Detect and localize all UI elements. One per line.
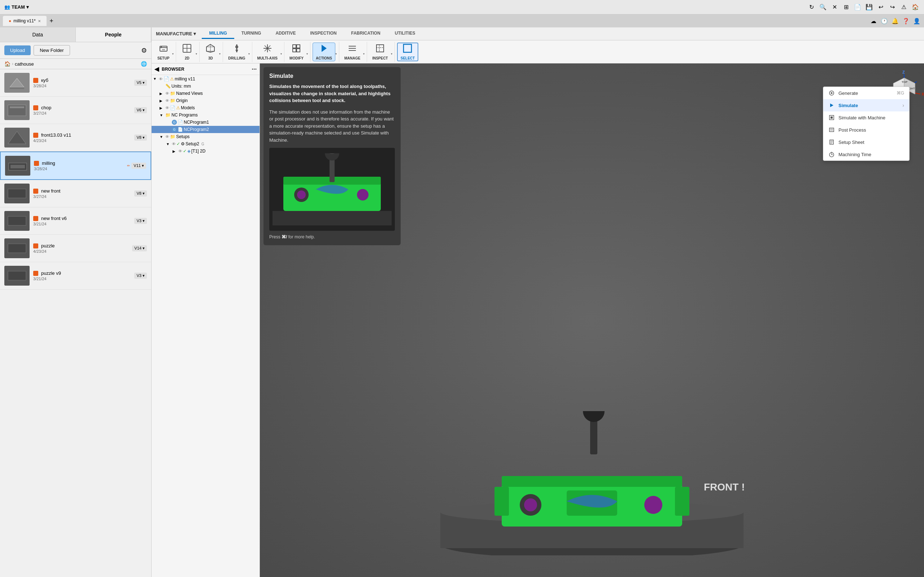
mfr-tab-milling[interactable]: MILLING xyxy=(202,29,234,39)
tree-toggle-setups[interactable]: ▼ xyxy=(160,135,165,139)
user-avatar[interactable]: 👤 xyxy=(913,16,921,25)
toolbar-setup[interactable]: SETUP ▾ xyxy=(155,43,174,61)
browser-options-icon[interactable]: ⋯ xyxy=(252,66,257,72)
tree-toggle-nc-programs[interactable]: ▼ xyxy=(160,113,165,117)
cloud-sync-icon[interactable]: ☁ xyxy=(869,16,878,25)
toolbar-2d[interactable]: 2D ▾ xyxy=(178,43,197,61)
refresh-icon[interactable]: ↻ xyxy=(807,3,816,11)
file-version-front13[interactable]: V8 ▾ xyxy=(134,134,147,141)
file-version-newfront[interactable]: V8 ▾ xyxy=(134,190,147,197)
multiaxis-dropdown-arrow[interactable]: ▾ xyxy=(281,52,282,56)
mfr-tab-utilities[interactable]: UTILITIES xyxy=(388,29,423,39)
toolbar-inspect[interactable]: INSPECT ▾ xyxy=(369,43,392,61)
search-icon[interactable]: 🔍 xyxy=(819,3,827,11)
save-icon[interactable]: 💾 xyxy=(865,3,874,11)
file-version-newfrontv6[interactable]: V3 ▾ xyxy=(134,218,147,224)
eye-icon-milling[interactable]: 👁 xyxy=(159,77,163,81)
new-tab-button[interactable]: + xyxy=(47,16,56,25)
dropdown-item-simulate-machine[interactable]: Simulate with Machine xyxy=(823,111,909,124)
tree-toggle-t1-2d[interactable]: ▶ xyxy=(173,149,178,153)
tree-item-ncprogram1[interactable]: G 📄 NCProgram1 xyxy=(152,119,260,126)
apps-grid-icon[interactable]: ⊞ xyxy=(842,3,850,11)
eye-icon-t1[interactable]: 👁 xyxy=(178,149,182,153)
redo-icon[interactable]: ↪ xyxy=(888,3,897,11)
dropdown-item-simulate[interactable]: Simulate › xyxy=(823,99,909,111)
toolbar-item-setup[interactable]: SETUP xyxy=(155,43,172,61)
toolbar-drilling[interactable]: DRILLING ▾ xyxy=(225,43,249,61)
mfr-tab-fabrication[interactable]: FABRICATION xyxy=(344,29,388,39)
simulate-more-icon[interactable]: › xyxy=(902,102,904,108)
file-version-milling[interactable]: V11 ▾ xyxy=(131,163,146,169)
eye-icon-origin[interactable]: 👁 xyxy=(165,98,169,103)
setup-dropdown-arrow[interactable]: ▾ xyxy=(172,52,174,56)
file-item-puzzle[interactable]: puzzle 4/23/24 V14 ▾ xyxy=(0,235,151,262)
mfr-tab-additive[interactable]: ADDITIVE xyxy=(268,29,303,39)
2d-dropdown-arrow[interactable]: ▾ xyxy=(195,52,197,56)
toolbar-modify[interactable]: MODIFY ▾ xyxy=(287,43,308,61)
toolbar-item-multiaxis[interactable]: MULTI-AXIS xyxy=(254,43,281,61)
toolbar-item-2d[interactable]: 2D xyxy=(178,43,195,61)
toolbar-item-3d[interactable]: 3D xyxy=(202,43,219,61)
toolbar-item-select[interactable]: SELECT xyxy=(397,43,418,61)
dropdown-item-generate[interactable]: Generate ⌘G xyxy=(823,87,909,99)
help-icon[interactable]: ❓ xyxy=(901,16,910,25)
eye-icon-setup2[interactable]: 👁 xyxy=(172,142,176,146)
upload-button[interactable]: Upload xyxy=(4,45,31,55)
toolbar-item-inspect[interactable]: INSPECT xyxy=(369,43,391,61)
tab-close-button[interactable]: ✕ xyxy=(38,19,41,23)
manage-dropdown-arrow[interactable]: ▾ xyxy=(363,52,365,56)
browser-collapse-button[interactable]: ◀ xyxy=(155,66,159,73)
tree-item-units[interactable]: 📏 Units: mm xyxy=(152,82,260,90)
toolbar-item-actions[interactable]: ACTIONS xyxy=(313,43,335,61)
file-version-puzzle[interactable]: V14 ▾ xyxy=(132,245,147,251)
eye-icon-models[interactable]: 👁 xyxy=(165,106,169,110)
warning-icon[interactable]: ⚠ xyxy=(900,3,908,11)
file-item-newfront[interactable]: new front 3/27/24 V8 ▾ xyxy=(0,180,151,207)
tree-item-origin[interactable]: ▶ 👁 📁 Origin xyxy=(152,97,260,104)
tree-item-setups[interactable]: ▼ 👁 📁 Setups xyxy=(152,133,260,140)
actions-dropdown-arrow[interactable]: ▾ xyxy=(335,52,337,56)
breadcrumb-cathouse[interactable]: cathouse xyxy=(15,61,34,67)
inspect-dropdown-arrow[interactable]: ▾ xyxy=(391,52,393,56)
tree-toggle-setup2[interactable]: ▼ xyxy=(166,142,171,146)
toolbar-3d[interactable]: 3D ▾ xyxy=(202,43,221,61)
file-version-chop[interactable]: V6 ▾ xyxy=(134,107,147,113)
bell-icon[interactable]: 🔔 xyxy=(891,16,900,25)
toolbar-multiaxis[interactable]: MULTI-AXIS ▾ xyxy=(254,43,282,61)
file-icon[interactable]: 📄 xyxy=(853,3,862,11)
clock-icon[interactable]: 🕐 xyxy=(880,16,888,25)
dropdown-item-post-process[interactable]: Post Process xyxy=(823,124,909,136)
tree-toggle-named-views[interactable]: ▶ xyxy=(160,92,165,95)
3d-dropdown-arrow[interactable]: ▾ xyxy=(219,52,221,56)
tree-item-milling-v11[interactable]: ▼ 👁 📄 ⚠ milling v11 xyxy=(152,75,260,82)
tree-toggle-models[interactable]: ▶ xyxy=(160,106,165,110)
data-tab[interactable]: Data xyxy=(0,27,76,42)
tree-item-t1-2d[interactable]: ▶ 👁 ✓ ◈ [T1] 2D xyxy=(152,148,260,155)
tree-toggle-origin[interactable]: ▶ xyxy=(160,99,165,103)
file-version-puzzlev9[interactable]: V3 ▾ xyxy=(134,272,147,279)
mfr-tab-turning[interactable]: TURNING xyxy=(234,29,268,39)
dropdown-item-setup-sheet[interactable]: Setup Sheet xyxy=(823,136,909,148)
settings-icon[interactable]: ⚙ xyxy=(141,47,147,55)
new-folder-button[interactable]: New Folder xyxy=(34,45,69,56)
toolbar-item-manage[interactable]: MANAGE xyxy=(341,43,363,61)
toolbar-manage[interactable]: MANAGE ▾ xyxy=(341,43,365,61)
drilling-dropdown-arrow[interactable]: ▾ xyxy=(248,52,250,56)
file-item-milling[interactable]: milling 3/28/24 ✏ V11 ▾ xyxy=(0,152,151,180)
undo-icon[interactable]: ↩ xyxy=(876,3,885,11)
home-icon[interactable]: 🏠 xyxy=(911,3,920,11)
eye-icon-setups[interactable]: 👁 xyxy=(165,134,169,139)
toolbar-actions[interactable]: ACTIONS ▾ xyxy=(313,43,337,61)
file-item-kub[interactable]: куб 3/28/24 V5 ▾ xyxy=(0,69,151,97)
viewport[interactable]: FRONT ! Z X xyxy=(260,63,924,577)
team-menu[interactable]: 👥 TEAM ▾ xyxy=(4,4,29,10)
modify-dropdown-arrow[interactable]: ▾ xyxy=(307,52,308,56)
breadcrumb-home[interactable]: 🏠 xyxy=(4,61,10,67)
file-item-front13[interactable]: front13.03 v11 4/23/24 V8 ▾ xyxy=(0,124,151,152)
tab-milling[interactable]: ● milling v11* ✕ xyxy=(3,16,47,26)
file-item-chop[interactable]: chop 3/27/24 V6 ▾ xyxy=(0,97,151,124)
close-icon[interactable]: ✕ xyxy=(830,3,839,11)
file-version-kub[interactable]: V5 ▾ xyxy=(134,80,147,86)
people-tab[interactable]: People xyxy=(76,27,152,42)
file-item-newfrontv6[interactable]: new front v6 3/21/24 V3 ▾ xyxy=(0,207,151,235)
